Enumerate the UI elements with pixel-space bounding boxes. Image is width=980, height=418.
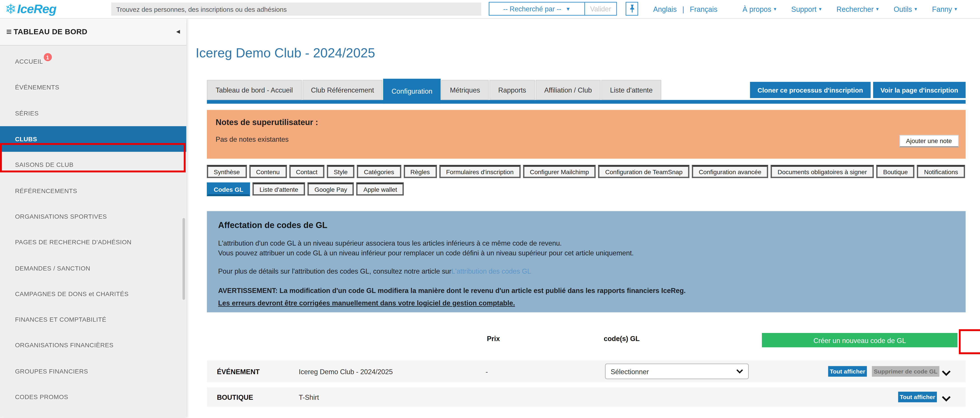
menu-label: À propos bbox=[743, 5, 771, 13]
pill-boutique[interactable]: Boutique bbox=[876, 165, 915, 178]
icereg-app: ❄ IceReg -- Recherché par -- ▼ Valider A… bbox=[0, 0, 980, 418]
chevron-down-icon bbox=[942, 370, 951, 376]
pill-categories[interactable]: Catégories bbox=[357, 165, 401, 178]
sidebar-item-label: CAMPAGNES DE DONS et CHARITÉS bbox=[15, 290, 129, 297]
tab-rapports[interactable]: Rapports bbox=[490, 80, 535, 100]
sidebar-item-label: ÉVÉNEMENTS bbox=[15, 84, 59, 91]
pill-notifications[interactable]: Notifications bbox=[917, 165, 965, 178]
sidebar-item-label: DEMANDES / SANCTION bbox=[15, 264, 90, 272]
sidebar-item-saisons-de-club[interactable]: SAISONS DE CLUB bbox=[0, 152, 186, 178]
logo-text: IceReg bbox=[17, 2, 56, 16]
config-pills-row1: Synthèse Contenu Contact Style Catégorie… bbox=[207, 165, 965, 178]
superuser-notes-panel: Notes de superutilisateur : Pas de notes… bbox=[207, 110, 966, 159]
menu-outils[interactable]: Outils ▾ bbox=[894, 5, 917, 13]
expand-row-chevron[interactable] bbox=[942, 367, 951, 378]
sidebar-item-groupes-financiers[interactable]: GROUPES FINANCIERS bbox=[0, 358, 186, 384]
sidebar-items: ACCUEIL 1 ÉVÉNEMENTS SÉRIES CLUBS SAISON… bbox=[0, 49, 186, 410]
caret-down-icon: ▾ bbox=[876, 6, 878, 12]
notification-badge: 1 bbox=[44, 53, 52, 61]
search-input[interactable] bbox=[111, 2, 481, 16]
menu-label: Outils bbox=[894, 5, 912, 13]
search-by-group: -- Recherché par -- ▼ Valider bbox=[489, 2, 617, 16]
icereg-logo[interactable]: ❄ IceReg bbox=[5, 0, 56, 18]
view-registration-page-button[interactable]: Voir la page d'inscription bbox=[873, 82, 966, 98]
pill-configuration-teamsnap[interactable]: Configuration de TeamSnap bbox=[598, 165, 689, 178]
menu-support[interactable]: Support ▾ bbox=[791, 5, 821, 13]
sidebar-item-campagnes-dons[interactable]: CAMPAGNES DE DONS et CHARITÉS bbox=[0, 281, 186, 307]
pin-button[interactable] bbox=[626, 2, 638, 16]
sidebar-item-label: ORGANISATIONS SPORTIVES bbox=[15, 213, 107, 220]
sidebar-item-demandes-sanction[interactable]: DEMANDES / SANCTION bbox=[0, 255, 186, 281]
sidebar-item-evenements[interactable]: ÉVÉNEMENTS bbox=[0, 75, 186, 100]
sidebar-item-series[interactable]: SÉRIES bbox=[0, 100, 186, 126]
pill-formulaires-inscription[interactable]: Formulaires d'inscription bbox=[439, 165, 520, 178]
menu-rechercher[interactable]: Rechercher ▾ bbox=[837, 5, 878, 13]
pill-codes-gl[interactable]: Codes GL bbox=[207, 183, 250, 196]
lang-french-link[interactable]: Français bbox=[690, 5, 718, 13]
pill-regles[interactable]: Règles bbox=[404, 165, 437, 178]
table-row-evenement: ÉVÉNEMENT Icereg Demo Club - 2024/2025 -… bbox=[207, 361, 966, 382]
pill-documents-obligatoires[interactable]: Documents obligatoires à signer bbox=[771, 165, 874, 178]
validate-button[interactable]: Valider bbox=[585, 2, 616, 15]
annotation-rect-create-gl-button bbox=[959, 329, 980, 354]
add-note-button[interactable]: Ajouter une note bbox=[899, 135, 959, 148]
sidebar-title: TABLEAU DE BORD bbox=[14, 27, 88, 36]
collapse-sidebar-icon[interactable]: ◀ bbox=[176, 29, 180, 34]
pill-configurer-mailchimp[interactable]: Configurer Mailchimp bbox=[523, 165, 596, 178]
sidebar-item-clubs[interactable]: CLUBS bbox=[0, 126, 186, 152]
search-by-select[interactable]: -- Recherché par -- ▼ bbox=[490, 2, 585, 15]
config-pills-row2: Codes GL Liste d'attente Google Pay Appl… bbox=[207, 183, 404, 196]
tab-tableau-de-bord-accueil[interactable]: Tableau de bord - Accueil bbox=[207, 80, 302, 100]
tab-configuration[interactable]: Configuration bbox=[383, 79, 441, 104]
column-header-gl-codes: code(s) GL bbox=[604, 335, 640, 342]
lang-english-link[interactable]: Anglais bbox=[653, 5, 677, 13]
menu-user-fanny[interactable]: Fanny ▾ bbox=[932, 5, 957, 13]
gl-code-select[interactable]: Sélectionner bbox=[605, 364, 749, 379]
pill-style[interactable]: Style bbox=[327, 165, 355, 178]
sidebar-scrollbar[interactable] bbox=[183, 218, 185, 300]
gl-panel-line1: L'attribution d'un code GL à un niveau s… bbox=[218, 239, 955, 248]
top-bar: ❄ IceReg -- Recherché par -- ▼ Valider A… bbox=[0, 0, 980, 19]
pill-contact[interactable]: Contact bbox=[289, 165, 325, 178]
menu-a-propos[interactable]: À propos ▾ bbox=[743, 5, 776, 13]
menu-label: Rechercher bbox=[837, 5, 873, 13]
sidebar-item-organisations-financieres[interactable]: ORGANISATIONS FINANCIÈRES bbox=[0, 332, 186, 358]
pill-contenu[interactable]: Contenu bbox=[249, 165, 287, 178]
gl-panel-details: Pour plus de détails sur l'attribution d… bbox=[218, 267, 955, 277]
gl-panel-title: Affectation de codes de GL bbox=[218, 221, 955, 230]
pill-google-pay[interactable]: Google Pay bbox=[308, 183, 354, 195]
tab-metriques[interactable]: Métriques bbox=[441, 80, 489, 100]
sidebar-item-referencements[interactable]: RÉFÉRENCEMENTS bbox=[0, 178, 186, 203]
tab-club-referencement[interactable]: Club Référencement bbox=[302, 80, 383, 100]
pill-configuration-avancee[interactable]: Configuration avancée bbox=[692, 165, 768, 178]
sidebar: ≡ TABLEAU DE BORD ◀ ACCUEIL 1 ÉVÉNEMENTS… bbox=[0, 18, 186, 418]
top-menus: À propos ▾ Support ▾ Rechercher ▾ Outils… bbox=[743, 0, 957, 18]
sidebar-item-pages-recherche-adhesion[interactable]: PAGES DE RECHERCHE D'ADHÉSION bbox=[0, 229, 186, 255]
chevron-down-icon bbox=[942, 396, 951, 402]
gl-codes-article-link[interactable]: L'attribution des codes GL bbox=[451, 267, 531, 275]
header-actions: Cloner ce processus d'inscription Voir l… bbox=[750, 82, 966, 98]
menu-label: Fanny bbox=[932, 5, 952, 13]
sidebar-item-finances-comptabilite[interactable]: FINANCES ET COMPTABILITÉ bbox=[0, 307, 186, 332]
show-all-button[interactable]: Tout afficher bbox=[898, 392, 937, 402]
sidebar-item-label: CLUBS bbox=[15, 135, 37, 142]
row-item-name: T-Shirt bbox=[299, 393, 319, 401]
sidebar-item-label: SÉRIES bbox=[15, 110, 38, 116]
pill-synthese[interactable]: Synthèse bbox=[207, 165, 247, 178]
sidebar-item-label: ACCUEIL bbox=[15, 58, 43, 65]
caret-down-icon: ▾ bbox=[774, 6, 776, 12]
expand-row-chevron[interactable] bbox=[942, 393, 951, 404]
lang-separator: | bbox=[682, 5, 684, 13]
remove-gl-code-button-disabled[interactable]: Supprimer de code GL bbox=[872, 366, 939, 377]
sidebar-item-label: PAGES DE RECHERCHE D'ADHÉSION bbox=[15, 239, 132, 246]
pill-apple-wallet[interactable]: Apple wallet bbox=[356, 183, 404, 195]
sidebar-item-codes-promos[interactable]: CODES PROMOS bbox=[0, 384, 186, 410]
tab-affiliation-club[interactable]: Affiliation / Club bbox=[536, 80, 601, 100]
sidebar-item-organisations-sportives[interactable]: ORGANISATIONS SPORTIVES bbox=[0, 203, 186, 229]
create-gl-code-button[interactable]: Créer un nouveau code de GL bbox=[762, 333, 958, 348]
clone-registration-button[interactable]: Cloner ce processus d'inscription bbox=[750, 82, 870, 98]
sidebar-item-accueil[interactable]: ACCUEIL 1 bbox=[0, 49, 186, 75]
pill-liste-attente[interactable]: Liste d'attente bbox=[253, 183, 305, 195]
show-all-button[interactable]: Tout afficher bbox=[828, 366, 867, 377]
tab-liste-attente[interactable]: Liste d'attente bbox=[601, 80, 661, 100]
